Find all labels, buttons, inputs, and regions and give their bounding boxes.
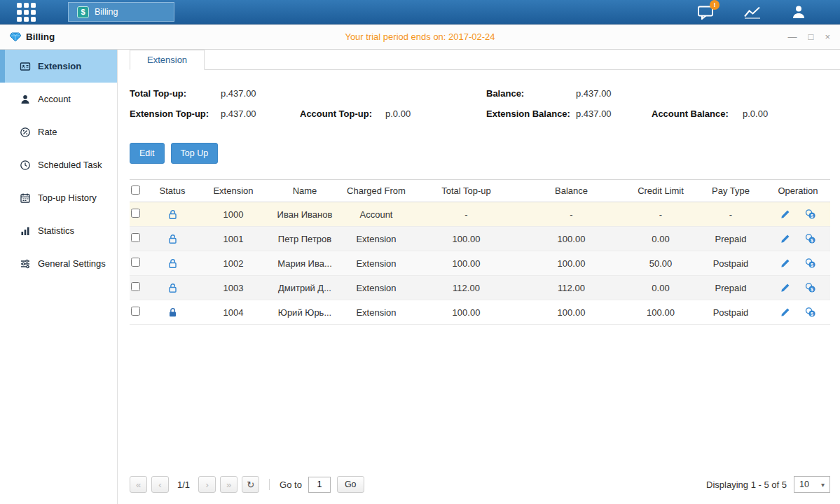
cell-balance: 100.00 — [517, 251, 626, 276]
unlocked-icon[interactable] — [167, 209, 178, 220]
topup-money-icon[interactable]: $ — [805, 209, 816, 220]
goto-label: Go to — [280, 479, 302, 490]
sidebar-item-label: Rate — [38, 127, 57, 137]
user-account-icon[interactable] — [791, 4, 806, 20]
cell-name: Петр Петров — [273, 227, 337, 251]
billing-dollar-icon: $ — [77, 6, 89, 18]
page-size-value: 10 — [799, 479, 809, 489]
cell-extension: 1003 — [194, 276, 273, 300]
content-row: Extension Account Rate Scheduled Task To… — [0, 50, 840, 504]
action-buttons: Edit Top Up — [130, 143, 830, 164]
col-status: Status — [151, 180, 194, 202]
pagination-bar: « ‹ 1/1 › » ↻ Go to Go Displaying 1 - 5 … — [130, 468, 830, 504]
reports-chart-icon[interactable] — [743, 5, 762, 20]
app-window: $ Billing ! Billing Your trial period en… — [0, 0, 840, 504]
apps-grid-icon[interactable] — [17, 3, 36, 22]
cell-name: Мария Ива... — [273, 251, 337, 276]
unlocked-icon[interactable] — [167, 258, 178, 269]
close-icon[interactable]: × — [825, 32, 830, 41]
cell-pay-type: Postpaid — [696, 300, 766, 325]
first-page-icon[interactable]: « — [130, 476, 147, 493]
title-left: Billing — [10, 31, 55, 42]
tab-extension[interactable]: Extension — [130, 50, 205, 70]
sidebar-item-rate[interactable]: Rate — [0, 115, 117, 148]
row-checkbox[interactable] — [131, 282, 140, 291]
svg-text:$: $ — [811, 312, 813, 317]
page-size-select[interactable]: 10 ▾ — [794, 476, 830, 493]
edit-icon[interactable] — [780, 234, 790, 244]
maximize-icon[interactable]: □ — [808, 32, 814, 41]
extensions-table: Status Extension Name Charged From Total… — [130, 179, 830, 325]
extension-balance-value: p.437.00 — [576, 108, 612, 119]
cell-pay-type: Postpaid — [696, 251, 766, 276]
cell-balance: 100.00 — [517, 300, 626, 325]
cell-credit-limit: 0.00 — [626, 276, 696, 300]
svg-text:$: $ — [811, 238, 813, 244]
chevron-down-icon: ▾ — [821, 481, 825, 489]
extension-topup-value: p.437.00 — [221, 108, 256, 119]
top-up-button[interactable]: Top Up — [171, 143, 219, 164]
minimize-icon[interactable]: — — [788, 32, 797, 41]
sidebar: Extension Account Rate Scheduled Task To… — [0, 50, 118, 504]
next-page-icon[interactable]: › — [198, 476, 216, 493]
last-page-icon[interactable]: » — [220, 476, 237, 493]
topbar-right-icons: ! — [697, 4, 840, 20]
window-controls: — □ × — [788, 32, 830, 41]
unlocked-icon[interactable] — [167, 234, 178, 244]
svg-text:$: $ — [811, 262, 813, 268]
account-topup-label: Account Top-up: — [300, 108, 385, 119]
goto-page-input[interactable] — [308, 477, 331, 493]
row-checkbox[interactable] — [131, 209, 140, 218]
table-row: 1002 Мария Ива... Extension 100.00 100.0… — [130, 251, 830, 276]
pagination-divider — [269, 479, 270, 490]
col-total-topup: Total Top-up — [415, 180, 517, 202]
edit-button[interactable]: Edit — [130, 143, 165, 164]
col-name: Name — [273, 180, 337, 202]
cell-pay-type: Prepaid — [696, 276, 766, 300]
select-all-checkbox[interactable] — [131, 186, 140, 195]
edit-icon[interactable] — [780, 307, 790, 318]
locked-icon[interactable] — [167, 307, 178, 318]
cell-total-topup: - — [415, 202, 517, 227]
refresh-icon[interactable]: ↻ — [242, 476, 259, 493]
cell-pay-type: Prepaid — [696, 227, 766, 251]
sidebar-item-topup-history[interactable]: Top-up History — [0, 181, 117, 214]
sidebar-item-label: General Settings — [38, 258, 106, 269]
balance-label: Balance: — [486, 88, 576, 99]
cell-credit-limit: 100.00 — [626, 300, 696, 325]
prev-page-icon[interactable]: ‹ — [151, 476, 169, 493]
sidebar-item-general-settings[interactable]: General Settings — [0, 247, 117, 280]
sidebar-item-scheduled-task[interactable]: Scheduled Task — [0, 148, 117, 181]
total-topup-label: Total Top-up: — [130, 88, 221, 99]
row-checkbox[interactable] — [131, 258, 140, 267]
titlebar: Billing Your trial period ends on: 2017-… — [0, 24, 840, 50]
unlocked-icon[interactable] — [167, 283, 178, 293]
topup-money-icon[interactable]: $ — [805, 307, 816, 318]
topbar-tab-billing[interactable]: $ Billing — [68, 2, 174, 22]
cell-extension: 1001 — [194, 227, 273, 251]
topup-money-icon[interactable]: $ — [805, 282, 816, 293]
col-balance: Balance — [517, 180, 626, 202]
cell-name: Дмитрий Д... — [273, 276, 337, 300]
table-row: 1003 Дмитрий Д... Extension 112.00 112.0… — [130, 276, 830, 300]
cell-charged-from: Extension — [337, 300, 415, 325]
edit-icon[interactable] — [780, 209, 790, 220]
edit-icon[interactable] — [780, 258, 790, 269]
messages-icon[interactable]: ! — [697, 5, 714, 20]
row-checkbox[interactable] — [131, 307, 140, 316]
trial-notice: Your trial period ends on: 2017-02-24 — [0, 31, 840, 42]
cell-charged-from: Extension — [337, 276, 415, 300]
go-button[interactable]: Go — [337, 476, 364, 493]
topup-money-icon[interactable]: $ — [805, 233, 816, 244]
sidebar-item-label: Scheduled Task — [38, 160, 102, 170]
sidebar-item-account[interactable]: Account — [0, 83, 117, 115]
tabstrip: Extension — [130, 50, 840, 70]
edit-icon[interactable] — [780, 283, 790, 293]
extension-balance-label: Extension Balance: — [486, 108, 576, 119]
sidebar-item-statistics[interactable]: Statistics — [0, 214, 117, 247]
topup-money-icon[interactable]: $ — [805, 258, 816, 269]
calendar-icon — [20, 192, 31, 204]
sidebar-item-extension[interactable]: Extension — [0, 50, 117, 83]
cell-total-topup: 112.00 — [415, 276, 517, 300]
row-checkbox[interactable] — [131, 233, 140, 242]
